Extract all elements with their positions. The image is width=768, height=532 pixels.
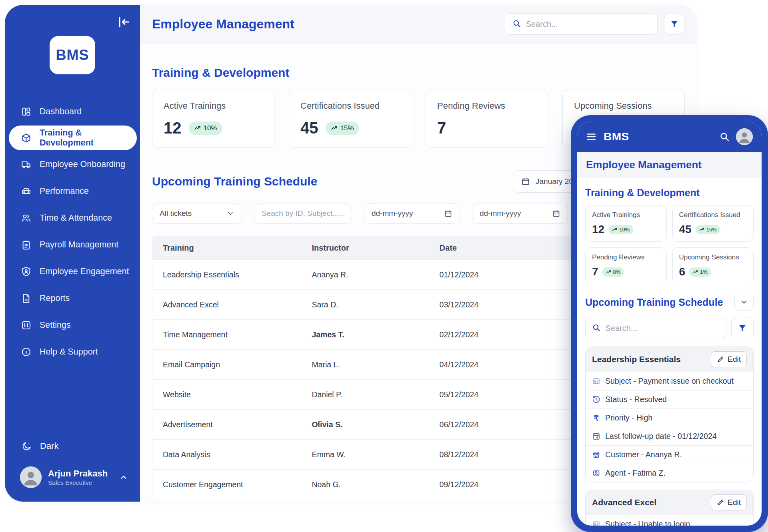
detail-row: Subject - Unable to login (586, 515, 753, 526)
search-input[interactable] (526, 20, 650, 29)
stat-delta-badge: 1% (689, 267, 711, 277)
sidebar-item-reports[interactable]: Reports (5, 285, 140, 311)
user-profile[interactable]: Arjun Prakash Sales Executive (5, 466, 140, 488)
collapse-section-button[interactable] (734, 294, 754, 311)
help-icon (21, 347, 32, 357)
filter-button[interactable] (664, 14, 685, 34)
training-icon (21, 133, 32, 143)
ticket-filter-select[interactable]: All tickets (152, 203, 242, 224)
sidebar-item-label: Training & Development (40, 128, 137, 148)
date-to-input[interactable]: dd-mm-yyyy (472, 203, 568, 224)
avatar[interactable] (736, 128, 753, 145)
mobile-brand: BMS (604, 130, 629, 143)
sidebar-item-label: Payroll Management (40, 240, 118, 250)
training-cell: Advanced Excel (152, 289, 301, 319)
column-header-date: Date (429, 236, 568, 259)
training-card-advanced-excel: Advanced Excel Edit Subject - Unable to … (585, 490, 754, 526)
onboarding-icon (21, 159, 32, 170)
trending-up-icon (606, 269, 611, 275)
customer-icon (592, 450, 600, 459)
mobile-page-title: Employee Management (577, 152, 762, 178)
stat-value: 7 (437, 119, 446, 137)
settings-icon (21, 320, 32, 331)
detail-text: Last follow-up date - 01/12/2024 (605, 432, 717, 441)
edit-button[interactable]: Edit (711, 351, 747, 367)
hamburger-menu-icon[interactable] (586, 132, 596, 142)
date-cell: 03/12/2024 (429, 289, 568, 319)
sidebar-item-performance[interactable]: Performance (5, 178, 140, 204)
date-cell: 06/12/2024 (429, 409, 568, 439)
mobile-section-title: Training & Development (585, 187, 754, 199)
theme-toggle[interactable]: Dark (5, 436, 140, 456)
stat-delta-badge: 10% (608, 225, 633, 234)
subject-icon (592, 520, 600, 526)
instructor-cell: Ananya R. (301, 259, 429, 289)
moon-icon (22, 441, 32, 451)
chevron-up-icon (119, 473, 128, 482)
date-cell: 01/12/2024 (429, 259, 568, 289)
stat-value: 7 (592, 265, 598, 278)
schedule-search-input[interactable] (262, 209, 344, 218)
stat-card-active-trainings: Active Trainings 12 10% (585, 205, 667, 242)
detail-text: Status - Resolved (605, 395, 667, 404)
calendar-icon (521, 177, 530, 186)
instructor-cell: Emma W. (301, 439, 429, 469)
stat-card-certifications-issued: Certifications Issued 45 15% (672, 205, 754, 242)
sidebar-item-employee-engagement[interactable]: Employee Engagement (5, 258, 140, 285)
sidebar-item-settings[interactable]: Settings (5, 312, 140, 338)
search-box (505, 13, 658, 35)
mobile-filter-button[interactable] (731, 317, 754, 339)
brand-logo: BMS (50, 36, 95, 74)
search-icon[interactable] (719, 132, 730, 142)
detail-text: Subject - Payment issue on checkout (605, 377, 734, 386)
section-title: Training & Development (152, 66, 685, 80)
detail-text: Customer - Ananya R. (605, 450, 682, 459)
dashboard-icon (21, 106, 32, 117)
performance-icon (21, 186, 32, 197)
column-header-instructor: Instructor (301, 236, 429, 259)
date-from-input[interactable]: dd-mm-yyyy (364, 203, 460, 224)
date-cell: 09/12/2024 (429, 469, 568, 499)
mobile-schedule-header: Upcoming Training Schedule (585, 294, 754, 311)
mobile-body: Training & Development Active Trainings … (577, 178, 762, 526)
status-icon (592, 395, 600, 404)
detail-text: Agent - Fatima Z. (605, 468, 666, 478)
stat-card-pending-reviews: Pending Reviews 7 (426, 90, 548, 148)
detail-row: Status - Resolved (586, 390, 753, 408)
topbar: Employee Management (140, 5, 697, 44)
sidebar-item-label: Performance (40, 186, 89, 196)
trending-up-icon (693, 269, 698, 275)
user-role: Sales Executive (48, 479, 108, 486)
stat-label: Active Trainings (592, 211, 660, 219)
avatar (20, 466, 42, 488)
sidebar-item-label: Help & Support (40, 347, 98, 357)
sidebar-item-dashboard[interactable]: Dashboard (5, 98, 140, 125)
brand-logo-text: BMS (56, 47, 89, 64)
mobile-search-input[interactable] (605, 324, 720, 333)
sidebar-item-payroll-management[interactable]: Payroll Management (5, 231, 140, 258)
trending-up-icon (699, 227, 704, 232)
sidebar-item-training-development[interactable]: Training & Development (9, 126, 137, 150)
mobile-stats-grid: Active Trainings 12 10% Certifications I… (585, 205, 754, 284)
search-icon (592, 323, 600, 333)
chevron-down-icon (226, 209, 234, 217)
instructor-cell: Daniel P. (301, 379, 429, 409)
edit-button[interactable]: Edit (711, 494, 747, 510)
stat-label: Certifications Issued (679, 211, 747, 219)
training-cell: Leadership Essentials (152, 259, 301, 289)
sidebar-item-time-attendance[interactable]: Time & Attendance (5, 205, 140, 231)
sidebar-item-help-support[interactable]: Help & Support (5, 339, 140, 365)
detail-text: Subject - Unable to login (605, 520, 690, 526)
sidebar-item-label: Employee Engagement (40, 267, 129, 277)
filter-icon (670, 19, 679, 29)
collapse-sidebar-icon[interactable] (117, 15, 130, 29)
theme-toggle-label: Dark (40, 441, 58, 451)
trending-up-icon (612, 227, 617, 232)
subject-icon (592, 377, 600, 385)
stat-value: 12 (164, 119, 182, 137)
stat-card-pending-reviews: Pending Reviews 7 8% (585, 247, 667, 284)
training-cell: Website (152, 379, 301, 409)
sidebar-item-label: Time & Attendance (40, 213, 112, 223)
sidebar-item-employee-onboarding[interactable]: Employee Onboarding (5, 151, 140, 177)
instructor-cell: James T. (301, 319, 429, 349)
